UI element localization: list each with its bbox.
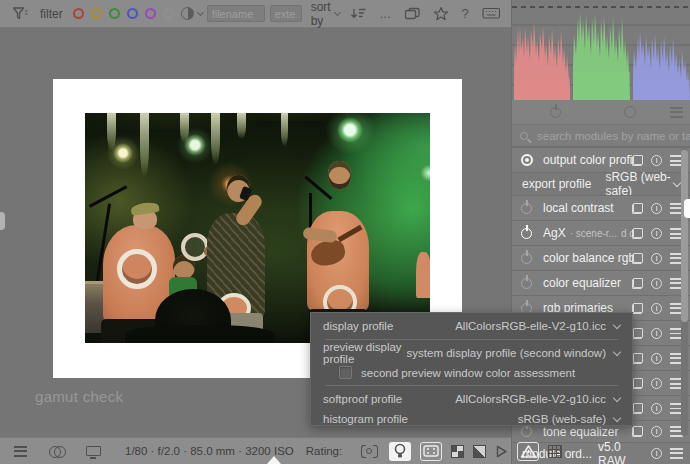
reset-icon[interactable] [651, 155, 662, 166]
gamut-check-warning-icon[interactable] [517, 442, 539, 461]
multi-instance-icon[interactable] [632, 378, 643, 389]
module-output-color-profile[interactable]: output color profile [512, 147, 690, 172]
display-profile-value[interactable]: AllColorsRGB-elle-V2-g10.icc [455, 320, 606, 332]
multi-instance-icon[interactable] [632, 203, 643, 214]
color-filter-caret-icon[interactable] [197, 9, 204, 16]
export-profile-combobox[interactable]: export profile sRGB (web-safe) [512, 172, 690, 195]
display-profile-row[interactable]: display profile AllColorsRGB-elle-V2-g10… [311, 316, 632, 336]
multi-instance-icon[interactable] [632, 278, 643, 289]
sort-by-label[interactable]: sort by [311, 0, 331, 28]
color-label-toggle-icon[interactable] [181, 7, 194, 20]
histogram-profile-value[interactable]: sRGB (web-safe) [518, 413, 606, 425]
reset-icon[interactable] [651, 353, 662, 364]
color-label-purple-filter[interactable] [145, 8, 156, 19]
preview-display-profile-value[interactable]: system display profile (second window) [407, 347, 606, 359]
reset-icon[interactable] [651, 426, 662, 437]
scope-mode-circle-icon[interactable] [624, 106, 636, 118]
raw-overexposed-bulb-icon[interactable] [389, 442, 411, 461]
module-local-contrast[interactable]: local contrast [512, 195, 690, 220]
module-search-input[interactable] [535, 129, 690, 143]
multi-instance-icon[interactable] [632, 155, 643, 166]
color-label-blue-filter[interactable] [127, 8, 138, 19]
module-power-icon[interactable] [521, 278, 532, 289]
module-list-scrollbar[interactable] [681, 148, 688, 436]
softproof-profile-value[interactable]: AllColorsRGB-elle-V2-g10.icc [455, 393, 606, 405]
chevron-down-icon[interactable] [613, 393, 621, 401]
right-panel-collapse-handle[interactable] [684, 199, 690, 218]
module-name[interactable]: local contrast [543, 201, 632, 215]
histogram-rgb-parade[interactable] [512, 0, 690, 100]
reset-icon[interactable] [651, 448, 662, 459]
multi-instance-icon[interactable] [632, 426, 643, 437]
iso12646-assessment-icon[interactable] [420, 442, 442, 461]
color-label-none-filter[interactable] [163, 8, 174, 19]
second-window-circles-icon[interactable] [49, 446, 66, 457]
scrollbar-thumb[interactable] [681, 150, 688, 322]
softproof-icon[interactable] [495, 444, 508, 459]
overexposure-warning-icon[interactable] [473, 445, 486, 458]
reset-icon[interactable] [651, 253, 662, 264]
display-profile-label: display profile [323, 320, 455, 332]
sort-by-caret-icon[interactable] [334, 9, 341, 16]
color-label-red-filter[interactable] [73, 8, 84, 19]
scope-power-icon[interactable] [550, 107, 561, 118]
multi-instance-icon[interactable] [632, 353, 643, 364]
module-name[interactable]: color equalizer [543, 276, 632, 290]
export-profile-value[interactable]: sRGB (web-safe) [605, 170, 674, 198]
rating-label[interactable]: Rating: [306, 445, 342, 457]
reset-icon[interactable] [651, 403, 662, 414]
histogram-profile-row[interactable]: histogram profile sRGB (web-safe) [311, 409, 632, 429]
color-label-green-filter[interactable] [109, 8, 120, 19]
multi-instance-icon[interactable] [632, 253, 643, 264]
shortcuts-keyboard-icon[interactable] [482, 7, 501, 20]
chevron-down-icon[interactable] [613, 320, 621, 328]
multi-instance-icon[interactable] [632, 328, 643, 339]
more-options-icon[interactable]: ... [380, 6, 391, 21]
grouping-stack-icon[interactable] [404, 7, 421, 20]
filename-filter-input[interactable] [207, 5, 265, 22]
module-color-balance-rgb[interactable]: color balance rgb [512, 245, 690, 270]
module-enabled-radio-icon[interactable] [521, 154, 533, 166]
reset-icon[interactable] [651, 203, 662, 214]
help-icon[interactable]: ? [462, 6, 469, 21]
reset-icon[interactable] [651, 378, 662, 389]
focus-peaking-icon[interactable] [358, 442, 380, 461]
reset-icon[interactable] [651, 278, 662, 289]
left-panel-collapse-handle[interactable] [0, 212, 5, 230]
guides-grid-icon[interactable] [548, 445, 562, 458]
module-order-value[interactable]: v5.0 RAW [598, 440, 651, 464]
scope-presets-icon[interactable] [670, 107, 683, 118]
module-power-icon[interactable] [521, 228, 532, 239]
second-preview-checkbox[interactable] [339, 366, 352, 379]
module-name[interactable]: output color profile [543, 153, 632, 167]
module-power-icon[interactable] [521, 253, 532, 264]
presets-icon[interactable] [670, 448, 683, 459]
display-icon[interactable] [86, 446, 101, 456]
softproof-profile-row[interactable]: softproof profile AllColorsRGB-elle-V2-g… [311, 389, 632, 409]
multi-instance-icon[interactable] [632, 303, 643, 314]
multi-instance-icon[interactable] [632, 228, 643, 239]
extension-filter-input[interactable] [270, 5, 302, 22]
module-name[interactable]: color balance rgb [543, 251, 632, 265]
reset-icon[interactable] [651, 228, 662, 239]
reset-icon[interactable] [651, 303, 662, 314]
preview-display-profile-row[interactable]: preview display profile system display p… [311, 343, 632, 363]
sort-direction-icon[interactable] [350, 7, 367, 20]
star-overlays-icon[interactable] [433, 6, 449, 21]
vine-canopy [235, 113, 345, 121]
raw-clipping-checker-icon[interactable] [451, 445, 464, 458]
concert-photo[interactable] [85, 113, 430, 343]
reset-icon[interactable] [651, 328, 662, 339]
filmstrip-expand-arrow[interactable] [267, 456, 281, 464]
color-label-yellow-filter[interactable] [91, 8, 102, 19]
chevron-down-icon[interactable] [613, 347, 621, 355]
second-preview-checkbox-row[interactable]: second preview window color assessment [311, 363, 632, 382]
chevron-down-icon[interactable] [673, 178, 681, 186]
filter-funnel-icon[interactable] [12, 6, 28, 21]
module-power-icon[interactable] [521, 203, 532, 214]
module-agx[interactable]: AgX· scene-r...d default [512, 220, 690, 245]
module-color-equalizer[interactable]: color equalizer [512, 270, 690, 295]
chevron-down-icon[interactable] [613, 413, 621, 421]
bottom-menu-icon[interactable] [14, 446, 27, 457]
multi-instance-icon[interactable] [632, 403, 643, 414]
